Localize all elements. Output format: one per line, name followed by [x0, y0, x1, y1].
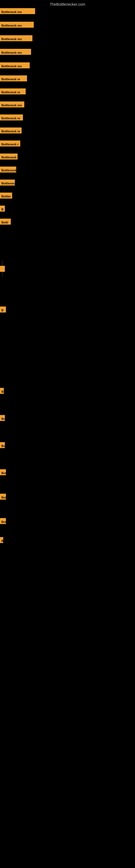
- bar-label: Bottleneck re: [0, 88, 26, 94]
- bar-item: Bottl: [0, 219, 11, 225]
- bar-label: Bot: [0, 494, 6, 500]
- bar-label: Bottleneck re: [0, 75, 27, 82]
- bar-item: Bott: [0, 518, 6, 524]
- bar-label: Bottleneck re: [0, 127, 21, 133]
- bar-label: B: [0, 307, 6, 312]
- bar-item: Bottleneck re: [0, 75, 27, 82]
- bar-item: Bottleneck re: [0, 115, 23, 120]
- bar-item: Bottleneck res: [0, 49, 31, 55]
- bar-item: Bottleneck res: [0, 35, 32, 41]
- bar-item: [0, 266, 5, 272]
- bar-label: Bo: [0, 415, 5, 421]
- bar-label: Bottleneck re: [0, 115, 23, 120]
- bar-item: B: [0, 388, 4, 394]
- bar-item: Bottleneck: [0, 154, 17, 159]
- site-title: TheBottlenecker.com: [0, 0, 135, 8]
- bar-item: Bottleneck r: [0, 141, 20, 147]
- bar-label: Bottleneck c: [0, 166, 16, 173]
- bar-item: Bo: [0, 415, 5, 421]
- bar-label: Bottleneck: [0, 154, 17, 159]
- bar-item: Bottler: [0, 193, 12, 198]
- bar-label: B: [0, 388, 4, 394]
- bar-label: Bottleneck res: [0, 62, 30, 68]
- bar-item: Bottleneck res: [0, 62, 30, 68]
- bar-label: Bottleneck res: [0, 101, 24, 107]
- bar-label: Bottleneck res: [0, 49, 31, 55]
- bar-label: Bottleneck r: [0, 141, 20, 147]
- bar-label: [0, 266, 5, 272]
- bar-item: Bottleneck res: [0, 8, 35, 14]
- bar-item: B: [0, 537, 3, 543]
- bar-item: Bottleneck c: [0, 166, 16, 173]
- bar-label: Bottleneck res: [0, 22, 34, 28]
- bar-item: Bo: [0, 442, 5, 448]
- bar-label: B: [0, 206, 5, 212]
- bar-item: B: [0, 307, 6, 312]
- bar-label: Bottler: [0, 193, 12, 198]
- bar-item: Bottleneck re: [0, 127, 21, 133]
- bar-label: Bottleneck res: [0, 8, 35, 14]
- bar-label: Bo: [0, 442, 5, 448]
- bar-item: Bottleneck re: [0, 88, 26, 94]
- bar-label: Bottleneck: [0, 180, 15, 186]
- bar-label: Bott: [0, 518, 6, 524]
- bar-label: Bottleneck res: [0, 35, 32, 41]
- bar-label: Bot: [0, 469, 6, 475]
- bar-item: Bottleneck res: [0, 101, 24, 107]
- bar-item: Bottleneck res: [0, 22, 34, 28]
- bar-label: B: [0, 537, 3, 543]
- bar-label: Bottl: [0, 219, 11, 225]
- bar-item: Bot: [0, 469, 6, 475]
- bar-item: Bottleneck: [0, 180, 15, 186]
- bar-item: B: [0, 206, 5, 212]
- bar-item: Bot: [0, 494, 6, 500]
